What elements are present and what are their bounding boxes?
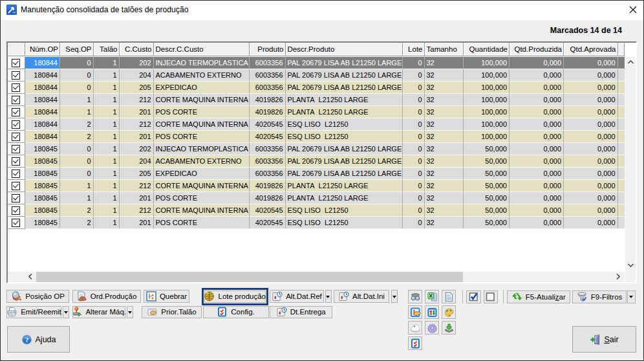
svg-text:?: ? bbox=[25, 336, 28, 343]
